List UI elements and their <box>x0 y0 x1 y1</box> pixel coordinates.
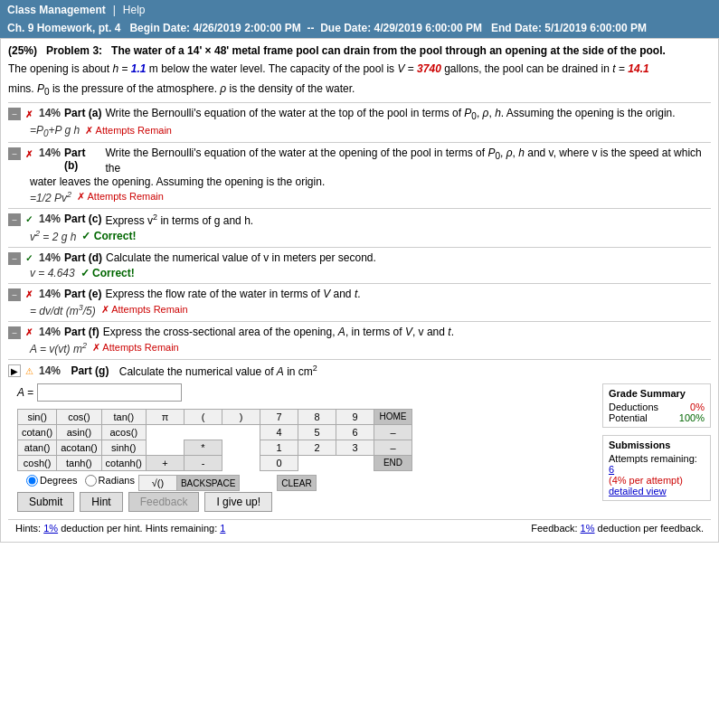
part-f-icons: – ✗ <box>8 326 35 339</box>
calculator: sin() cos() tan() π ( ) 7 8 9 HOME <box>17 409 595 492</box>
part-e: – ✗ 14% Part (e) Express the flow rate o… <box>8 283 711 321</box>
due-label: Due Date: <box>320 22 371 34</box>
btn-asin[interactable]: asin() <box>57 424 101 440</box>
part-g-right: Grade Summary Deductions 0% Potential 10… <box>602 383 711 515</box>
collapse-icon-c[interactable]: – <box>8 213 21 226</box>
collapse-icon-f[interactable]: – <box>8 326 21 339</box>
calc-row-4: cosh() tanh() cotanh() + - 0 END <box>18 455 412 470</box>
btn-acotan[interactable]: acotan() <box>57 440 101 455</box>
incorrect-icon-a: ✗ <box>23 108 35 120</box>
btn-empty3 <box>222 424 260 440</box>
btn-minus2[interactable]: – <box>374 440 412 455</box>
calc-bottom-row: Degrees Radians √() BACKSPACE <box>17 475 595 492</box>
btn-cosh[interactable]: cosh() <box>18 455 57 470</box>
part-d-answer: v = 4.643 ✓ Correct! <box>8 267 711 279</box>
btn-minus3[interactable]: - <box>184 455 222 470</box>
btn-rparen[interactable]: ) <box>222 409 260 424</box>
deductions-value: 0% <box>690 402 705 412</box>
part-a-answer-text: =P0+P g h <box>30 124 80 138</box>
btn-6[interactable]: 6 <box>336 424 374 440</box>
btn-lparen[interactable]: ( <box>184 409 222 424</box>
part-d-correct: ✓ Correct! <box>80 267 135 279</box>
part-a-percent: 14% <box>39 107 61 119</box>
collapse-icon-b[interactable]: – <box>8 147 21 160</box>
btn-3[interactable]: 3 <box>336 440 374 455</box>
btn-plus[interactable]: + <box>146 455 184 470</box>
part-d-percent: 14% <box>39 251 61 264</box>
btn-sin[interactable]: sin() <box>18 409 57 424</box>
submissions-box: Submissions Attempts remaining: 6 (4% pe… <box>602 435 711 501</box>
btn-atan[interactable]: atan() <box>18 440 57 455</box>
collapse-icon-a[interactable]: – <box>8 108 21 120</box>
correct-icon-d: ✓ <box>23 252 35 265</box>
btn-backspace[interactable]: BACKSPACE <box>176 476 239 491</box>
btn-tan[interactable]: tan() <box>101 409 146 424</box>
radians-radio[interactable] <box>85 475 97 487</box>
hints-right: Feedback: 1% deduction per feedback. <box>531 523 704 534</box>
btn-8[interactable]: 8 <box>298 409 336 424</box>
degrees-radio[interactable] <box>26 475 38 487</box>
app-title[interactable]: Class Management <box>7 4 106 16</box>
btn-acos[interactable]: acos() <box>101 424 146 440</box>
t-value: 14.1 <box>628 62 648 75</box>
radians-label[interactable]: Radians <box>85 475 135 487</box>
btn-sqrt[interactable]: √() <box>138 476 176 491</box>
btn-cotanh[interactable]: cotanh() <box>101 455 146 470</box>
part-b-desc: Write the Bernoulli's equation of the wa… <box>105 147 711 174</box>
btn-cotan[interactable]: cotan() <box>18 424 57 440</box>
deductions-label: Deductions <box>609 402 658 412</box>
btn-0[interactable]: 0 <box>260 455 298 470</box>
part-g: ▶ ⚠ 14% Part (g) Calculate the numerical… <box>8 359 711 519</box>
begin-label: Begin Date: <box>129 22 190 34</box>
hint-button[interactable]: Hint <box>80 492 122 512</box>
btn-7[interactable]: 7 <box>260 409 298 424</box>
help-link[interactable]: Help <box>123 4 146 16</box>
btn-home[interactable]: HOME <box>374 409 412 424</box>
part-c-label: Part (c) <box>64 213 101 225</box>
degrees-label[interactable]: Degrees <box>26 475 78 487</box>
attempts-value[interactable]: 6 <box>609 464 614 475</box>
part-f: – ✗ 14% Part (f) Express the cross-secti… <box>8 321 711 359</box>
answer-input[interactable] <box>37 383 182 402</box>
part-c-header: – ✓ 14% Part (c) Express v2 in terms of … <box>8 213 711 227</box>
collapse-icon-d[interactable]: – <box>8 252 21 265</box>
answer-input-row: A = <box>8 383 595 402</box>
btn-multiply[interactable]: * <box>184 440 222 455</box>
correct-icon-c: ✓ <box>23 213 35 226</box>
btn-minus1[interactable]: – <box>374 424 412 440</box>
part-b-icons: – ✗ <box>8 147 35 160</box>
giveup-button[interactable]: I give up! <box>204 492 272 512</box>
btn-9[interactable]: 9 <box>336 409 374 424</box>
part-f-attempts: ✗ Attempts Remain <box>92 342 179 354</box>
part-a-icons: – ✗ <box>8 108 35 120</box>
btn-1[interactable]: 1 <box>260 440 298 455</box>
btn-tanh[interactable]: tanh() <box>57 455 101 470</box>
calc-table: sin() cos() tan() π ( ) 7 8 9 HOME <box>17 409 412 471</box>
btn-5[interactable]: 5 <box>298 424 336 440</box>
topbar: Class Management | Help <box>0 0 719 20</box>
potential-value: 100% <box>679 412 705 423</box>
btn-sinh[interactable]: sinh() <box>101 440 146 455</box>
collapse-icon-e[interactable]: – <box>8 288 21 301</box>
btn-4[interactable]: 4 <box>260 424 298 440</box>
submit-button[interactable]: Submit <box>17 492 74 512</box>
btn-end[interactable]: END <box>374 455 412 470</box>
potential-row: Potential 100% <box>609 412 705 423</box>
btn-pi[interactable]: π <box>146 409 184 424</box>
begin-date: 4/26/2019 2:00:00 PM <box>193 22 300 34</box>
detailed-view-link[interactable]: detailed view <box>609 486 667 496</box>
calc-row-1: sin() cos() tan() π ( ) 7 8 9 HOME <box>18 409 412 424</box>
part-a-label: Part (a) <box>64 107 101 119</box>
part-b-answer-text: =1/2 Pv2 <box>30 190 71 204</box>
btn-2[interactable]: 2 <box>298 440 336 455</box>
expand-icon-g[interactable]: ▶ <box>8 364 21 377</box>
btn-clear[interactable]: CLEAR <box>278 476 316 491</box>
btn-empty1 <box>146 424 184 440</box>
degrees-text: Degrees <box>40 475 78 486</box>
btn-cos[interactable]: cos() <box>57 409 101 424</box>
incorrect-icon-e: ✗ <box>23 288 35 301</box>
btn-empty2 <box>184 424 222 440</box>
part-d: – ✓ 14% Part (d) Calculate the numerical… <box>8 247 711 283</box>
part-e-header: – ✗ 14% Part (e) Express the flow rate o… <box>8 288 711 301</box>
incorrect-icon-b: ✗ <box>23 147 35 160</box>
